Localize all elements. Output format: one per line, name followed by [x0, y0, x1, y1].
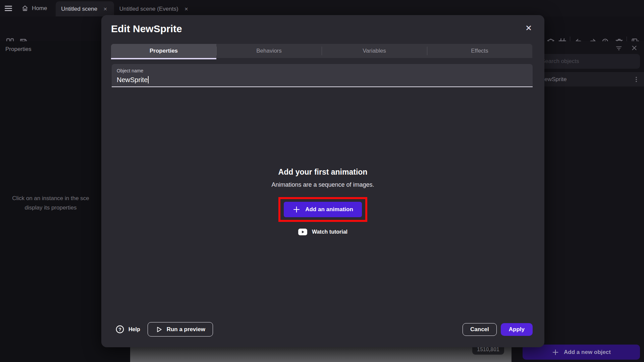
hint-line-1: Click on an instance in the sce: [0, 194, 101, 203]
tab-behaviors[interactable]: Behaviors: [216, 44, 322, 58]
add-animation-button[interactable]: Add an animation: [284, 202, 362, 217]
run-preview-label: Run a preview: [167, 326, 205, 333]
svg-text:?: ?: [118, 327, 121, 332]
hint-line-2: display its properties: [0, 203, 101, 213]
watch-tutorial-label: Watch tutorial: [312, 229, 347, 235]
tab-properties[interactable]: Properties: [111, 44, 216, 58]
dialog-tabs: Properties Behaviors Variables Effects: [111, 44, 532, 58]
apply-label: Apply: [509, 326, 525, 333]
close-dialog-button[interactable]: ✕: [524, 24, 533, 33]
scene-canvas[interactable]: 1510,801: [130, 347, 512, 362]
close-objects-panel-button[interactable]: [631, 44, 638, 52]
properties-empty-hint: Click on an instance in the sce display …: [0, 194, 101, 213]
close-icon: [631, 44, 638, 52]
empty-state-subtitle: Animations are a sequence of images.: [271, 181, 374, 188]
empty-state-heading: Add your first animation: [278, 168, 368, 177]
object-name-field[interactable]: Object name NewSprite: [112, 64, 533, 87]
add-new-object-label: Add a new object: [564, 349, 611, 356]
close-tab-icon[interactable]: ✕: [102, 6, 109, 12]
edit-object-dialog: Edit NewSprite ✕ Properties Behaviors Va…: [101, 15, 544, 347]
animations-empty-state: Add your first animation Animations are …: [101, 168, 544, 235]
dialog-title: Edit NewSprite: [111, 23, 182, 35]
tab-label: Untitled scene (Events): [119, 6, 178, 12]
add-animation-label: Add an animation: [305, 206, 353, 213]
object-name-field-value: NewSprite: [117, 76, 149, 84]
watch-tutorial-button[interactable]: Watch tutorial: [298, 229, 347, 235]
dialog-footer: ? Help Run a preview Cancel Apply: [115, 322, 533, 337]
play-icon: [155, 326, 163, 333]
youtube-icon: [298, 229, 307, 235]
tab-variables[interactable]: Variables: [322, 44, 427, 58]
properties-panel-title: Properties: [5, 46, 31, 53]
object-name-field-label: Object name: [117, 68, 143, 73]
hamburger-icon: [4, 4, 13, 13]
main-menu-button[interactable]: [0, 0, 17, 16]
tab-label: Untitled scene: [61, 6, 97, 12]
help-button[interactable]: ? Help: [115, 325, 140, 334]
cancel-label: Cancel: [470, 326, 489, 333]
tab-untitled-scene[interactable]: Untitled scene ✕: [56, 1, 114, 16]
tab-untitled-scene-events[interactable]: Untitled scene (Events) ✕: [114, 1, 195, 16]
object-menu-icon[interactable]: [633, 76, 639, 83]
tab-effects[interactable]: Effects: [427, 44, 532, 58]
run-preview-button[interactable]: Run a preview: [148, 322, 213, 337]
tab-home-label: Home: [32, 5, 47, 12]
apply-button[interactable]: Apply: [501, 323, 533, 336]
close-tab-icon[interactable]: ✕: [183, 6, 190, 12]
filter-objects-button[interactable]: [615, 44, 623, 52]
tutorial-highlight-box: Add an animation: [278, 197, 367, 222]
top-bar: Home Untitled scene ✕ Untitled scene (Ev…: [0, 0, 644, 16]
search-objects-input[interactable]: [537, 54, 640, 69]
cancel-button[interactable]: Cancel: [463, 323, 497, 336]
filter-icon: [615, 44, 623, 52]
plus-icon: [292, 205, 301, 214]
help-circle-icon: ?: [115, 325, 124, 334]
kebab-menu-icon: [633, 76, 639, 83]
help-label: Help: [128, 326, 140, 333]
text-caret: [148, 76, 149, 83]
home-icon: [21, 5, 29, 12]
tab-home[interactable]: Home: [17, 0, 56, 16]
plus-icon: [552, 349, 559, 356]
object-name-text: NewSprite: [117, 76, 148, 83]
